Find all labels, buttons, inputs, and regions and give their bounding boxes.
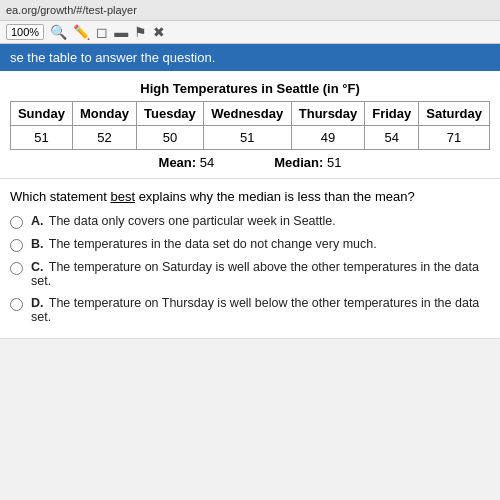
cross-icon[interactable]: ✖ xyxy=(153,24,165,40)
zoom-value: 100% xyxy=(11,26,39,38)
stats-row: Mean: 54 Median: 51 xyxy=(10,150,490,172)
mean-label: Mean: xyxy=(159,155,197,170)
mean-value: 54 xyxy=(200,155,214,170)
val-friday: 54 xyxy=(365,126,419,150)
option-c[interactable]: C. The temperature on Saturday is well a… xyxy=(10,260,490,288)
option-a-text: A. The data only covers one particular w… xyxy=(31,214,336,228)
browser-tabs: 100% 🔍 ✏️ ◻ ▬ ⚑ ✖ xyxy=(0,21,500,44)
temperature-table: Sunday Monday Tuesday Wednesday Thursday… xyxy=(10,101,490,150)
option-b-text: B. The temperatures in the data set do n… xyxy=(31,237,377,251)
flag-icon[interactable]: ⚑ xyxy=(134,24,147,40)
val-tuesday: 50 xyxy=(137,126,204,150)
edit-icon[interactable]: ✏️ xyxy=(73,24,90,40)
table-section: High Temperatures in Seattle (in °F) Sun… xyxy=(0,71,500,179)
col-thursday: Thursday xyxy=(291,102,365,126)
question-text: Which statement best explains why the me… xyxy=(10,189,490,204)
table-data-row: 51 52 50 51 49 54 71 xyxy=(11,126,490,150)
option-d[interactable]: D. The temperature on Thursday is well b… xyxy=(10,296,490,324)
option-d-text: D. The temperature on Thursday is well b… xyxy=(31,296,490,324)
col-tuesday: Tuesday xyxy=(137,102,204,126)
main-content: se the table to answer the question. Hig… xyxy=(0,44,500,339)
radio-b[interactable] xyxy=(10,239,23,252)
val-sunday: 51 xyxy=(11,126,73,150)
url-text: ea.org/growth/#/test-player xyxy=(6,4,137,16)
col-sunday: Sunday xyxy=(11,102,73,126)
col-friday: Friday xyxy=(365,102,419,126)
radio-c[interactable] xyxy=(10,262,23,275)
median-label: Median: xyxy=(274,155,323,170)
option-a[interactable]: A. The data only covers one particular w… xyxy=(10,214,490,229)
col-saturday: Saturday xyxy=(419,102,490,126)
strikethrough-icon[interactable]: ▬ xyxy=(114,24,128,40)
option-b[interactable]: B. The temperatures in the data set do n… xyxy=(10,237,490,252)
val-saturday: 71 xyxy=(419,126,490,150)
radio-a[interactable] xyxy=(10,216,23,229)
mean-stat: Mean: 54 xyxy=(159,155,215,170)
col-wednesday: Wednesday xyxy=(203,102,291,126)
radio-d[interactable] xyxy=(10,298,23,311)
table-title: High Temperatures in Seattle (in °F) xyxy=(10,81,490,96)
browser-url-bar[interactable]: ea.org/growth/#/test-player xyxy=(0,0,500,21)
col-monday: Monday xyxy=(72,102,136,126)
instruction-bar: se the table to answer the question. xyxy=(0,44,500,71)
underline-icon[interactable]: ◻ xyxy=(96,24,108,40)
zoom-level[interactable]: 100% xyxy=(6,24,44,40)
median-value: 51 xyxy=(327,155,341,170)
median-stat: Median: 51 xyxy=(274,155,341,170)
table-header-row: Sunday Monday Tuesday Wednesday Thursday… xyxy=(11,102,490,126)
question-section: Which statement best explains why the me… xyxy=(0,179,500,339)
instruction-text: se the table to answer the question. xyxy=(10,50,215,65)
search-icon[interactable]: 🔍 xyxy=(50,24,67,40)
option-c-text: C. The temperature on Saturday is well a… xyxy=(31,260,490,288)
val-monday: 52 xyxy=(72,126,136,150)
val-wednesday: 51 xyxy=(203,126,291,150)
val-thursday: 49 xyxy=(291,126,365,150)
